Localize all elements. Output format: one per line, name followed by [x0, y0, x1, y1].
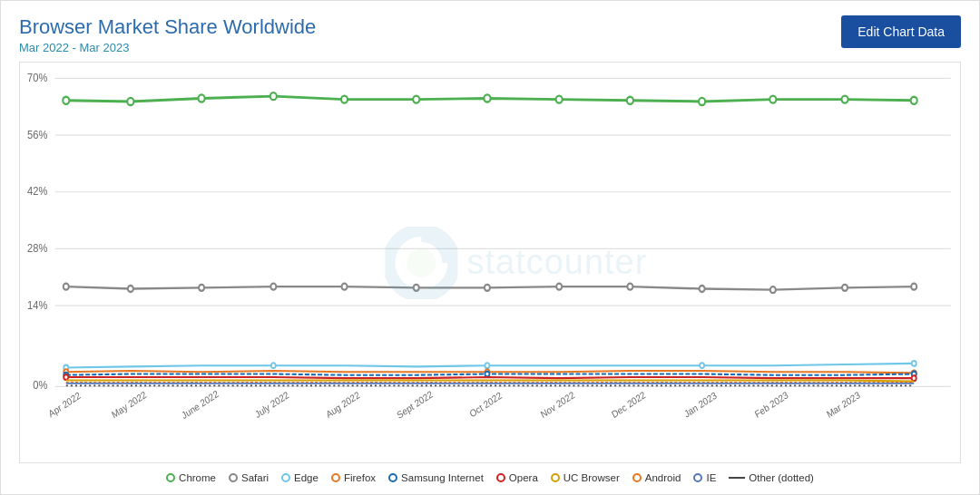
- svg-point-38: [842, 285, 848, 291]
- svg-point-31: [341, 284, 347, 290]
- svg-point-26: [911, 97, 917, 104]
- svg-point-37: [770, 286, 776, 293]
- legend-item-other: Other (dotted): [729, 472, 814, 483]
- firefox-label: Firefox: [344, 472, 376, 483]
- svg-point-29: [199, 285, 204, 291]
- legend-item-safari: Safari: [229, 472, 269, 483]
- svg-point-17: [270, 92, 277, 100]
- edge-legend-dot: [281, 473, 290, 482]
- svg-point-19: [413, 96, 419, 103]
- svg-text:June 2022: June 2022: [180, 388, 220, 421]
- svg-point-16: [199, 94, 205, 102]
- svg-point-42: [485, 363, 489, 368]
- svg-point-18: [341, 96, 348, 103]
- opera-legend-dot: [496, 473, 505, 482]
- legend-item-android: Android: [632, 472, 681, 483]
- svg-text:Nov 2022: Nov 2022: [539, 389, 576, 420]
- chart-title: Browser Market Share Worldwide: [19, 15, 316, 39]
- legend-item-chrome: Chrome: [166, 472, 216, 483]
- svg-text:Oct 2022: Oct 2022: [468, 390, 504, 420]
- svg-point-52: [912, 375, 916, 381]
- svg-point-41: [271, 363, 276, 368]
- legend-item-ie: IE: [693, 472, 716, 483]
- svg-point-34: [556, 284, 562, 290]
- legend-item-edge: Edge: [281, 472, 318, 483]
- other-label: Other (dotted): [749, 472, 814, 483]
- safari-label: Safari: [241, 472, 269, 483]
- chart-header: Browser Market Share Worldwide Mar 2022 …: [19, 15, 961, 54]
- svg-text:42%: 42%: [27, 185, 48, 199]
- edit-chart-data-button[interactable]: Edit Chart Data: [841, 15, 961, 48]
- svg-point-14: [63, 97, 69, 104]
- legend-item-opera: Opera: [496, 472, 538, 483]
- opera-label: Opera: [509, 472, 538, 483]
- svg-point-51: [64, 374, 68, 380]
- svg-text:56%: 56%: [27, 128, 48, 141]
- chart-subtitle: Mar 2022 - Mar 2023: [19, 41, 316, 54]
- svg-text:May 2022: May 2022: [110, 389, 148, 420]
- svg-text:Jan 2023: Jan 2023: [682, 390, 719, 420]
- legend-item-samsung: Samsung Internet: [388, 472, 484, 483]
- svg-point-20: [484, 94, 490, 102]
- svg-text:Mar 2023: Mar 2023: [825, 390, 862, 421]
- safari-legend-dot: [229, 473, 238, 482]
- svg-point-22: [627, 97, 633, 104]
- edge-label: Edge: [294, 472, 318, 483]
- samsung-legend-dot: [388, 473, 397, 482]
- legend-item-firefox: Firefox: [331, 472, 376, 483]
- samsung-label: Samsung Internet: [401, 472, 484, 483]
- svg-text:70%: 70%: [27, 71, 48, 84]
- svg-point-36: [700, 286, 705, 292]
- chrome-legend-dot: [166, 473, 175, 482]
- svg-text:28%: 28%: [27, 241, 48, 255]
- ie-legend-dot: [693, 473, 702, 482]
- uc-legend-dot: [551, 473, 560, 482]
- main-container: Browser Market Share Worldwide Mar 2022 …: [0, 0, 980, 495]
- svg-point-35: [627, 284, 632, 290]
- firefox-legend-dot: [331, 473, 340, 482]
- legend-item-uc: UC Browser: [551, 472, 620, 483]
- svg-text:Feb 2023: Feb 2023: [753, 390, 790, 421]
- android-label: Android: [645, 472, 681, 483]
- other-legend-line: [729, 477, 745, 479]
- svg-text:Dec 2022: Dec 2022: [610, 389, 647, 420]
- chart-legend: Chrome Safari Edge Firefox Samsung Inter…: [19, 469, 961, 485]
- title-block: Browser Market Share Worldwide Mar 2022 …: [19, 15, 316, 54]
- svg-point-28: [128, 286, 133, 292]
- svg-text:Apr 2022: Apr 2022: [47, 390, 83, 420]
- svg-point-32: [414, 285, 419, 291]
- svg-point-39: [911, 284, 916, 290]
- chrome-label: Chrome: [179, 472, 216, 483]
- chart-area: statcounter 70% 56% 42% 28% 14% 0%: [19, 62, 961, 463]
- svg-point-44: [912, 361, 916, 366]
- svg-point-21: [556, 96, 563, 103]
- svg-text:0%: 0%: [33, 378, 47, 392]
- svg-point-30: [270, 284, 276, 290]
- svg-point-43: [700, 363, 704, 368]
- svg-text:14%: 14%: [27, 298, 48, 312]
- svg-point-49: [485, 372, 489, 377]
- chart-svg: 70% 56% 42% 28% 14% 0%: [20, 63, 960, 462]
- svg-point-23: [699, 98, 705, 105]
- uc-label: UC Browser: [564, 472, 620, 483]
- android-legend-dot: [632, 473, 642, 482]
- svg-point-24: [769, 96, 776, 103]
- svg-point-33: [485, 285, 490, 291]
- svg-text:July 2022: July 2022: [253, 389, 290, 420]
- svg-text:Aug 2022: Aug 2022: [324, 389, 361, 420]
- svg-point-27: [64, 284, 69, 290]
- svg-text:Sept 2022: Sept 2022: [396, 389, 435, 421]
- svg-point-25: [841, 96, 848, 103]
- svg-point-15: [127, 98, 133, 105]
- ie-label: IE: [706, 472, 716, 483]
